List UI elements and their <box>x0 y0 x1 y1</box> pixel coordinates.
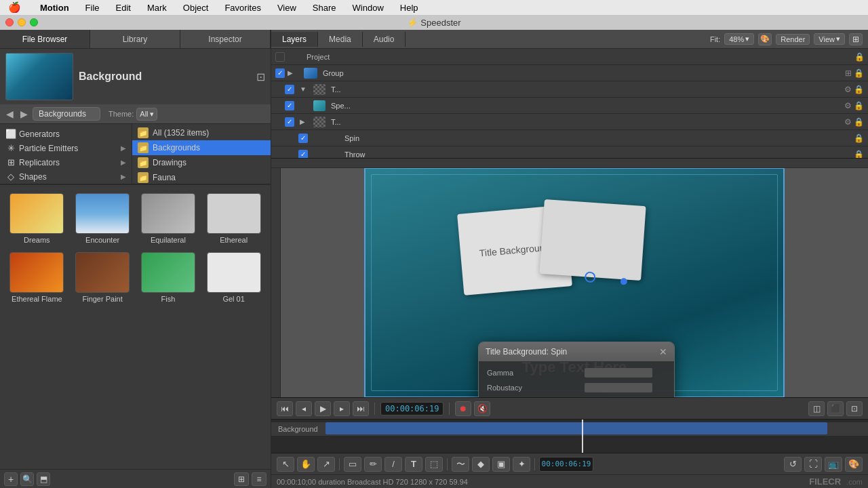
sidebar-item-particle-emitters[interactable]: ✳ Particle Emitters ▶ <box>0 141 132 155</box>
render-button[interactable]: Render <box>776 34 810 45</box>
zoom-out-button[interactable]: ⬛ <box>827 401 844 416</box>
file-item-fauna[interactable]: 📁 Fauna <box>132 170 271 184</box>
thumb-ethereal-flame[interactable]: Ethereal Flame <box>5 249 68 306</box>
theme-select[interactable]: All ▾ <box>136 108 157 121</box>
browser-label[interactable]: Backgrounds <box>33 107 100 121</box>
sidebar-item-replicators[interactable]: ⊞ Replicators ▶ <box>0 155 132 169</box>
close-button[interactable] <box>5 18 14 26</box>
menu-edit[interactable]: Edit <box>113 2 134 14</box>
select-tool-button[interactable]: ↖ <box>277 457 294 472</box>
mask-tool-button[interactable]: ⬚ <box>425 457 443 472</box>
menu-file[interactable]: File <box>83 2 102 14</box>
thumb-fish[interactable]: Fish <box>137 249 200 306</box>
color-picker-button[interactable]: 🎨 <box>758 33 772 45</box>
chevron-right-icon: ▶ <box>121 173 126 180</box>
tab-file-browser[interactable]: File Browser <box>0 30 90 48</box>
layer-spe-icons: ⚙ 🔒 <box>844 101 864 110</box>
apple-menu[interactable]: 🍎 <box>5 1 24 14</box>
menu-mark[interactable]: Mark <box>144 2 170 14</box>
record-button[interactable]: ⏺ <box>455 401 471 416</box>
list-view-button[interactable]: ≡ <box>252 472 267 486</box>
zoom-in-button[interactable]: ◫ <box>808 401 825 416</box>
layer-row-group[interactable]: ✓ ▶ Group ⊞ 🔒 <box>271 65 868 81</box>
menu-window[interactable]: Window <box>350 2 387 14</box>
thumb-encounter[interactable]: Encounter <box>71 190 134 247</box>
keyframe-button[interactable]: ◆ <box>472 457 490 472</box>
tab-library[interactable]: Library <box>90 30 180 48</box>
control-point-center[interactable] <box>585 271 596 283</box>
layer-row-throw[interactable]: ✓ Throw 🔒 <box>271 146 868 159</box>
add-fx-button[interactable]: ✦ <box>513 457 530 472</box>
loop-button[interactable]: ↺ <box>784 457 802 472</box>
text-tool-button[interactable]: T <box>405 457 422 472</box>
fit-dropdown[interactable]: 48% ▾ <box>724 33 754 45</box>
layer-check-t2: ✓ <box>285 117 294 127</box>
pen-tool-button[interactable]: ✏ <box>364 457 382 472</box>
play-to-end-button[interactable]: ⏭ <box>353 401 369 416</box>
adjust-tool-button[interactable]: ↗ <box>317 457 335 472</box>
layer-row-project[interactable]: Project 🔒 <box>271 49 868 65</box>
inspector-settings-icon[interactable]: ⊡ <box>256 70 265 83</box>
motion-path-button[interactable]: 〜 <box>452 457 469 472</box>
menu-favorites[interactable]: Favorites <box>222 2 263 14</box>
thumb-finger-paint[interactable]: Finger Paint <box>71 249 134 306</box>
grid-button[interactable]: ⊞ <box>849 33 863 45</box>
action-button[interactable]: ▣ <box>492 457 510 472</box>
menu-help[interactable]: Help <box>397 2 421 14</box>
line-tool-button[interactable]: / <box>384 457 402 472</box>
add-button[interactable]: + <box>4 472 18 486</box>
spin-dialog-close-button[interactable]: ✕ <box>659 346 667 357</box>
layer-row-spin[interactable]: ✓ Spin 🔒 <box>271 130 868 146</box>
play-to-start-button[interactable]: ⏮ <box>277 401 293 416</box>
broadcast-safe-button[interactable]: 📺 <box>825 457 842 472</box>
minimize-button[interactable] <box>18 18 26 26</box>
shape-tool-button[interactable]: ▭ <box>344 457 361 472</box>
sidebar-item-generators[interactable]: ⬜ Generators <box>0 127 132 141</box>
timeline-clip-bar[interactable] <box>326 422 827 434</box>
nav-back-arrow[interactable]: ◀ <box>4 108 16 120</box>
timecode-input[interactable]: 00:00:06:19 <box>539 457 593 472</box>
layer-row-t1[interactable]: ✓ ▼ T... ⚙ 🔒 <box>271 81 868 98</box>
thumb-ethereal-blank[interactable]: Ethereal <box>202 190 265 247</box>
layer-name-t1: T... <box>331 85 842 94</box>
view-dropdown[interactable]: View ▾ <box>814 33 845 45</box>
next-frame-button[interactable]: ▸ <box>334 401 350 416</box>
transform-tool-button[interactable]: ✋ <box>297 457 315 472</box>
timeline-track[interactable]: Background <box>271 420 868 453</box>
spin-param-gamma-bar[interactable] <box>585 368 652 378</box>
tab-media[interactable]: Media <box>318 32 363 47</box>
layer-name-spe: Spe... <box>331 102 842 110</box>
file-item-drawings[interactable]: 📁 Drawings <box>132 155 271 170</box>
menu-view[interactable]: View <box>275 2 299 14</box>
sidebar: ⬜ Generators ✳ Particle Emitters ▶ ⊞ Rep… <box>0 124 132 184</box>
file-item-all[interactable]: 📁 All (1352 items) <box>132 125 271 140</box>
color-mode-button[interactable]: 🎨 <box>845 457 863 472</box>
prev-frame-button[interactable]: ◂ <box>296 401 312 416</box>
fullscreen-button[interactable]: ⛶ <box>804 457 822 472</box>
mute-button[interactable]: 🔇 <box>474 401 490 416</box>
control-point-right[interactable] <box>620 278 627 285</box>
thumb-dreams[interactable]: Dreams <box>5 190 68 247</box>
thumb-gel-01[interactable]: Gel 01 <box>202 249 265 306</box>
timeline-settings-button[interactable]: ⊡ <box>846 401 863 416</box>
tab-layers[interactable]: Layers <box>271 32 318 47</box>
tab-audio[interactable]: Audio <box>363 32 406 47</box>
layer-row-t2[interactable]: ✓ ▶ T... ⚙ 🔒 <box>271 114 868 130</box>
maximize-button[interactable] <box>30 18 38 26</box>
search-button[interactable]: 🔍 <box>20 472 34 486</box>
play-button[interactable]: ▶ <box>315 401 331 416</box>
sidebar-item-shapes[interactable]: ◇ Shapes ▶ <box>0 169 132 184</box>
spin-param-robustacy-bar[interactable] <box>585 383 652 392</box>
grid-view-button[interactable]: ⊞ <box>234 472 249 486</box>
info-button[interactable]: ⬒ <box>37 472 50 486</box>
app-name[interactable]: Motion <box>37 2 72 14</box>
menu-share[interactable]: Share <box>310 2 339 14</box>
spin-dialog: Title Background: Spin ✕ Gamma Robustacy <box>478 342 675 397</box>
file-item-backgrounds[interactable]: 📁 Backgrounds <box>132 140 271 155</box>
nav-forward-arrow[interactable]: ▶ <box>18 108 30 120</box>
tab-inspector[interactable]: Inspector <box>180 30 271 48</box>
layer-row-spe[interactable]: ✓ Spe... ⚙ 🔒 <box>271 98 868 114</box>
layer-check-project <box>275 52 285 62</box>
menu-object[interactable]: Object <box>180 2 212 14</box>
thumb-equilateral[interactable]: Equilateral <box>137 190 200 247</box>
